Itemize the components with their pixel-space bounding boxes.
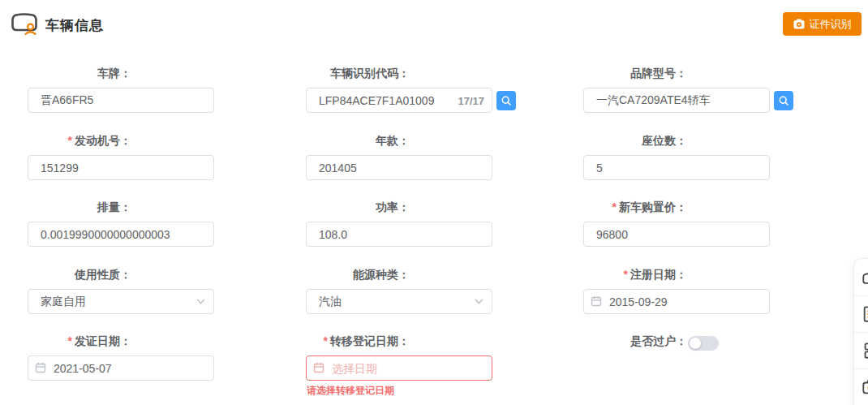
issue-date-input[interactable] xyxy=(28,355,214,381)
document-list-icon xyxy=(862,305,868,323)
side-toolbar xyxy=(853,258,868,405)
plate-input-wrap xyxy=(28,88,214,113)
brand-model-label: 品牌型号： xyxy=(630,67,687,80)
vin-label: 车辆识别代码： xyxy=(330,67,410,80)
side-toolbar-cards[interactable] xyxy=(854,332,868,368)
issue-date-wrap xyxy=(28,355,214,381)
vehicle-header-icon xyxy=(10,10,39,36)
side-toolbar-document[interactable] xyxy=(854,295,868,332)
new-car-price-input-wrap xyxy=(583,222,770,247)
new-car-price-input[interactable] xyxy=(583,222,770,247)
displacement-input[interactable] xyxy=(28,222,214,247)
id-cards-icon xyxy=(862,342,868,360)
engine-no-input[interactable] xyxy=(28,155,214,180)
power-input-wrap xyxy=(306,222,492,247)
model-year-input-wrap xyxy=(306,155,492,180)
register-date-input[interactable] xyxy=(583,289,770,314)
energy-type-select[interactable] xyxy=(306,289,492,314)
transfer-date-error: 请选择转移登记日期 xyxy=(307,384,394,398)
transfer-date-input[interactable] xyxy=(306,355,492,381)
vehicle-info-form: 车辆信息 证件识别 车牌： 车辆识别代码： 17/17 品牌型号： *发动 xyxy=(0,0,868,405)
ocr-button-label: 证件识别 xyxy=(810,17,852,32)
transfer-date-wrap xyxy=(306,355,492,381)
register-date-label: *注册日期： xyxy=(624,268,687,282)
camera-icon xyxy=(793,19,805,29)
seats-label: 座位数： xyxy=(642,134,687,148)
register-date-wrap xyxy=(583,289,770,314)
transfer-date-label: *转移登记日期： xyxy=(324,334,410,348)
camera-icon xyxy=(862,378,868,396)
new-car-price-label: *新车购置价： xyxy=(612,200,687,214)
seats-input[interactable] xyxy=(583,155,770,180)
usage-nature-label: 使用性质： xyxy=(75,268,131,282)
usage-nature-select-wrap xyxy=(28,289,214,314)
engine-no-input-wrap xyxy=(28,155,214,180)
car-icon xyxy=(862,269,868,287)
usage-nature-select[interactable] xyxy=(28,289,214,314)
brand-search-button[interactable] xyxy=(774,91,793,110)
brand-model-input-wrap xyxy=(583,88,770,113)
side-toolbar-vehicle[interactable] xyxy=(854,259,868,295)
side-toolbar-camera[interactable] xyxy=(854,368,868,405)
ocr-recognize-button[interactable]: 证件识别 xyxy=(783,12,862,36)
brand-model-input[interactable] xyxy=(583,88,770,113)
energy-type-select-wrap xyxy=(306,289,492,314)
seats-input-wrap xyxy=(583,155,770,180)
engine-no-label: *发动机号： xyxy=(68,134,131,148)
plate-input[interactable] xyxy=(28,88,214,113)
page-title: 车辆信息 xyxy=(45,16,104,35)
displacement-label: 排量： xyxy=(97,200,131,214)
issue-date-label: *发证日期： xyxy=(68,334,131,348)
transfer-flag-toggle[interactable] xyxy=(688,336,719,351)
model-year-input[interactable] xyxy=(306,155,492,180)
power-input[interactable] xyxy=(306,222,492,247)
power-label: 功率： xyxy=(376,200,410,214)
transfer-flag-label: 是否过户： xyxy=(630,334,687,348)
vin-input-wrap: 17/17 xyxy=(306,88,492,113)
displacement-input-wrap xyxy=(28,222,214,247)
search-icon xyxy=(778,95,789,106)
vin-input[interactable] xyxy=(306,88,492,113)
vin-search-button[interactable] xyxy=(496,91,516,110)
model-year-label: 年款： xyxy=(376,134,410,148)
search-icon xyxy=(501,95,512,106)
plate-label: 车牌： xyxy=(97,67,131,80)
energy-type-label: 能源种类： xyxy=(353,268,410,282)
toggle-knob xyxy=(690,338,701,349)
